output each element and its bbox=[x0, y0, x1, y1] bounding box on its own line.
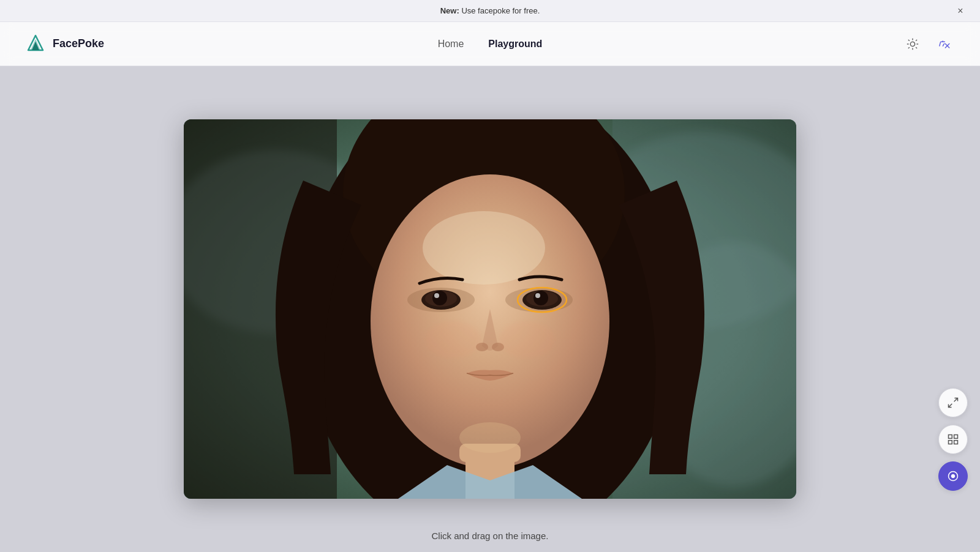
banner-text-new: New: bbox=[440, 6, 459, 15]
face-svg bbox=[184, 119, 796, 499]
main-nav: Home Playground bbox=[438, 39, 543, 50]
main-content: Click and drag on the image. bbox=[0, 66, 980, 552]
svg-point-38 bbox=[426, 321, 481, 358]
image-container[interactable] bbox=[184, 119, 796, 499]
svg-point-45 bbox=[952, 475, 955, 478]
logo-icon bbox=[24, 33, 47, 55]
banner-text-body: Use facepoke for free. bbox=[459, 6, 540, 15]
svg-point-26 bbox=[432, 291, 447, 305]
svg-line-9 bbox=[916, 47, 917, 48]
chat-icon bbox=[947, 470, 959, 482]
instruction-label: Click and drag on the image. bbox=[432, 531, 549, 541]
grid-button[interactable] bbox=[938, 425, 968, 454]
svg-rect-43 bbox=[954, 441, 958, 444]
translate-icon bbox=[938, 37, 951, 51]
settings-icon bbox=[906, 37, 919, 51]
expand-icon bbox=[947, 397, 959, 409]
svg-line-11 bbox=[916, 39, 917, 40]
svg-point-31 bbox=[535, 293, 540, 298]
svg-rect-40 bbox=[949, 435, 952, 439]
chat-button[interactable] bbox=[938, 461, 968, 491]
nav-playground[interactable]: Playground bbox=[488, 39, 542, 50]
logo-text: FacePoke bbox=[53, 37, 104, 50]
floating-buttons bbox=[938, 388, 968, 491]
expand-button[interactable] bbox=[938, 388, 968, 417]
svg-point-27 bbox=[434, 293, 439, 298]
header-actions bbox=[902, 33, 956, 55]
banner-close-button[interactable]: × bbox=[953, 4, 968, 18]
svg-line-8 bbox=[908, 39, 910, 40]
svg-point-30 bbox=[533, 291, 548, 305]
nav-home[interactable]: Home bbox=[438, 39, 464, 50]
svg-rect-41 bbox=[954, 435, 958, 439]
banner-text: New: Use facepoke for free. bbox=[440, 6, 540, 15]
svg-point-3 bbox=[910, 42, 914, 46]
face-image bbox=[184, 119, 796, 499]
settings-button[interactable] bbox=[902, 33, 924, 55]
svg-rect-42 bbox=[949, 441, 952, 444]
translate-button[interactable] bbox=[933, 33, 956, 55]
announcement-banner: New: Use facepoke for free. × bbox=[0, 0, 980, 22]
grid-icon bbox=[947, 433, 959, 446]
instruction-text: Click and drag on the image. bbox=[432, 531, 549, 541]
svg-point-37 bbox=[459, 422, 521, 453]
logo-area[interactable]: FacePoke bbox=[24, 33, 104, 55]
svg-point-21 bbox=[423, 211, 545, 285]
svg-point-39 bbox=[499, 321, 554, 358]
svg-line-10 bbox=[908, 47, 910, 48]
header: FacePoke Home Playground bbox=[0, 22, 980, 66]
